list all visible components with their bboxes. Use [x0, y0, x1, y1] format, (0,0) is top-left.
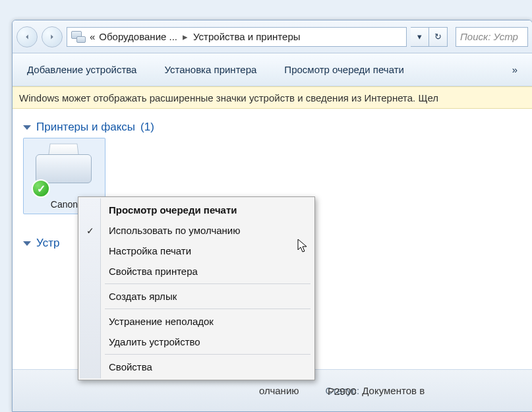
arrow-right-icon [47, 32, 57, 42]
toolbar-view-queue[interactable]: Просмотр очереди печати [280, 61, 408, 78]
chevron-right-icon[interactable]: ▸ [181, 31, 189, 43]
context-menu-separator [105, 283, 310, 284]
refresh-button[interactable]: ↻ [429, 27, 448, 47]
cm-print-settings-label: Настройка печати [109, 245, 191, 256]
breadcrumb-prefix: « [90, 31, 95, 42]
breadcrumb-1[interactable]: Оборудование ... [99, 31, 177, 42]
cm-create-shortcut-label: Создать ярлык [109, 291, 177, 302]
arrow-left-icon [22, 32, 32, 42]
toolbar: Добавление устройства Установка принтера… [13, 53, 532, 86]
cm-properties-label: Свойства [109, 361, 152, 372]
cm-properties[interactable]: Свойства [80, 357, 313, 377]
breadcrumb-2[interactable]: Устройства и принтеры [193, 31, 300, 42]
disclosure-triangle-icon [23, 241, 31, 246]
cm-view-queue-label: Просмотр очереди печати [109, 204, 237, 216]
nav-back-button[interactable] [16, 26, 38, 47]
cm-create-shortcut[interactable]: Создать ярлык [80, 286, 313, 307]
cm-printer-props[interactable]: Свойства принтера [80, 261, 313, 281]
disclosure-triangle-icon [23, 125, 31, 130]
group-printers-count: (1) [140, 121, 154, 134]
refresh-icon: ↻ [434, 32, 442, 42]
search-placeholder: Поиск: Устр [460, 31, 518, 42]
toolbar-add-device[interactable]: Добавление устройства [23, 61, 140, 78]
address-side-buttons: ▾ ↻ [411, 27, 448, 47]
toolbar-install-printer[interactable]: Установка принтера [160, 61, 260, 78]
address-dropdown-button[interactable]: ▾ [411, 27, 429, 47]
group-devices-label: Устр [36, 237, 59, 250]
cm-remove-label: Удалить устройство [109, 336, 200, 347]
details-default-fragment: олчанию [259, 385, 299, 396]
nav-forward-button[interactable] [42, 26, 63, 47]
context-menu-separator [105, 309, 310, 309]
devices-icon [71, 31, 86, 43]
details-status-value: Документов в [362, 385, 425, 396]
cm-remove[interactable]: Удалить устройство [80, 332, 313, 352]
printer-icon: ✓ [33, 142, 96, 195]
default-check-badge-icon: ✓ [32, 179, 50, 198]
titlebar: « Оборудование ... ▸ Устройства и принте… [13, 20, 532, 53]
group-printers-header[interactable]: Принтеры и факсы (1) [23, 117, 521, 138]
search-input[interactable]: Поиск: Устр [456, 27, 528, 47]
context-menu-separator [105, 354, 310, 355]
cm-set-default[interactable]: ✓ Использовать по умолчанию [80, 220, 313, 241]
cm-printer-props-label: Свойства принтера [109, 266, 198, 277]
cm-print-settings[interactable]: Настройка печати [80, 241, 313, 261]
toolbar-overflow-button[interactable]: » [508, 64, 521, 75]
info-bar[interactable]: Windows может отображать расширенные зна… [13, 86, 532, 109]
cm-set-default-label: Использовать по умолчанию [109, 225, 240, 236]
chevron-down-icon: ▾ [417, 32, 422, 42]
info-bar-text: Windows может отображать расширенные зна… [19, 92, 438, 103]
cm-view-queue[interactable]: Просмотр очереди печати [80, 200, 313, 220]
cm-troubleshoot-label: Устранение неполадок [109, 316, 214, 327]
address-bar[interactable]: « Оборудование ... ▸ Устройства и принте… [67, 27, 407, 47]
group-printers-label: Принтеры и факсы [36, 121, 135, 134]
details-model-fragment: P2900 [328, 386, 356, 397]
cm-troubleshoot[interactable]: Устранение неполадок [80, 311, 313, 332]
checkmark-icon: ✓ [86, 225, 94, 236]
context-menu: Просмотр очереди печати ✓ Использовать п… [78, 196, 315, 380]
